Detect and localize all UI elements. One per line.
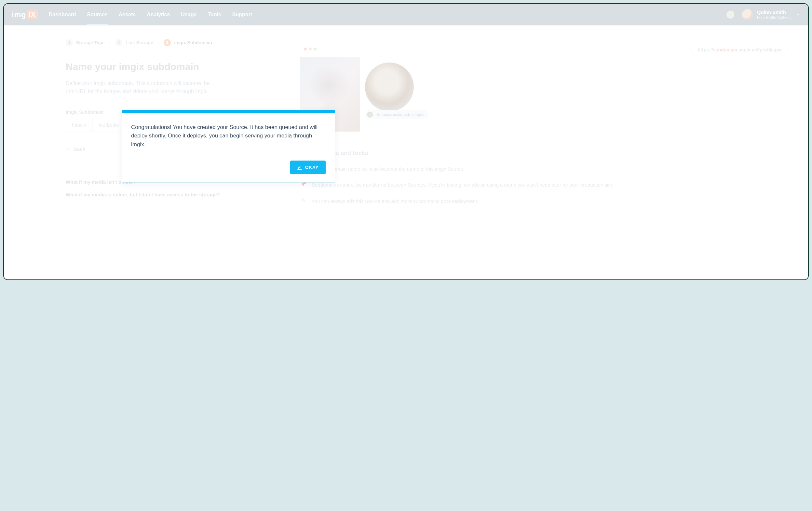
tips-list: IX Your subdomain name will also become … [300, 165, 789, 205]
okay-button[interactable]: ✓ OKAY [290, 161, 326, 174]
user-menu[interactable]: Quinn Smith Four Bottle Coffee... [742, 9, 800, 20]
nav-support[interactable]: Support [232, 5, 252, 25]
example-url-pre: https:// [698, 47, 713, 52]
example-photo-transformed [365, 62, 414, 111]
user-name: Quinn Smith [757, 9, 792, 15]
back-label: Back [74, 146, 85, 152]
success-modal: Congratulations! You have created your S… [122, 110, 335, 182]
tip-item: IX Your subdomain name will also become … [300, 165, 789, 172]
example-url-sub: subdomain [713, 47, 737, 52]
tip-text: Subdomains cannot be transferred between… [312, 181, 614, 189]
tip-text: You can always edit this Source and add … [312, 197, 478, 205]
nav-items: Dashboard Sources Assets Analytics Usage… [49, 5, 252, 25]
bolt-icon[interactable]: ⚡ [726, 11, 734, 19]
subdomain-input[interactable]: fourbottle [92, 118, 125, 132]
logo-suffix: IX [27, 10, 38, 19]
nav-assets[interactable]: Assets [119, 5, 136, 25]
logo-prefix: img [12, 10, 26, 19]
chevron-right-icon: › [158, 41, 159, 45]
window-dots-icon [304, 48, 317, 51]
logo[interactable]: img IX [12, 10, 38, 19]
tip-item: ✎ You can always edit this Source and ad… [300, 197, 789, 205]
subdomain-diagram: https://subdomain.imgix.net/profile.jpg … [300, 42, 789, 136]
subdomain-prefix: https:// [66, 118, 92, 132]
modal-message: Congratulations! You have created your S… [131, 123, 326, 149]
chevron-right-icon: › [109, 41, 111, 45]
nav-sources[interactable]: Sources [87, 5, 108, 25]
breadcrumb-step-1-label: Storage Type [76, 40, 105, 45]
breadcrumb-step-2-label: Link Storage [125, 40, 153, 45]
breadcrumb-step-3-num: 3 [164, 39, 171, 46]
breadcrumb-step-1[interactable]: 1 Storage Type [66, 39, 105, 46]
top-nav: img IX Dashboard Sources Assets Analytic… [4, 4, 808, 25]
breadcrumb-step-3[interactable]: 3 imgix Subdomain [164, 39, 212, 46]
check-icon: ✓ [297, 164, 302, 170]
example-url: https://subdomain.imgix.net/profile.jpg [691, 44, 789, 56]
page-description: Define your imgix subdomain. This subdom… [66, 79, 219, 96]
okay-label: OKAY [305, 165, 318, 170]
breadcrumb-step-2[interactable]: 2 Link Storage [115, 39, 153, 46]
tip-item: 📌 Subdomains cannot be transferred betwe… [300, 181, 789, 189]
pencil-icon: ✎ [300, 197, 307, 205]
tips-title: tips and tricks [328, 150, 789, 157]
nav-dashboard[interactable]: Dashboard [49, 5, 76, 25]
bolt-icon: ⚡ [367, 112, 373, 117]
avatar [742, 9, 753, 20]
chevron-down-icon [796, 12, 800, 17]
nav-tools[interactable]: Tools [208, 5, 221, 25]
breadcrumb-step-1-num: 1 [66, 39, 73, 46]
faq-link-2[interactable]: What if my media is online, but I don't … [66, 192, 274, 197]
example-params-text: fit=facearea&mask=ellipse [375, 112, 425, 117]
example-url-post: .imgix.net/profile.jpg [737, 47, 782, 52]
breadcrumb-step-2-num: 2 [115, 39, 122, 46]
example-params-chip: ⚡ fit=facearea&mask=ellipse [365, 110, 429, 119]
breadcrumb: 1 Storage Type › 2 Link Storage › 3 imgi… [66, 39, 274, 46]
arrow-left-icon: ← [66, 146, 71, 152]
page-title: Name your imgix subdomain [66, 61, 274, 72]
nav-usage[interactable]: Usage [181, 5, 197, 25]
user-org: Four Bottle Coffee... [757, 15, 792, 20]
nav-analytics[interactable]: Analytics [147, 5, 170, 25]
breadcrumb-step-3-label: imgix Subdomain [174, 40, 212, 45]
